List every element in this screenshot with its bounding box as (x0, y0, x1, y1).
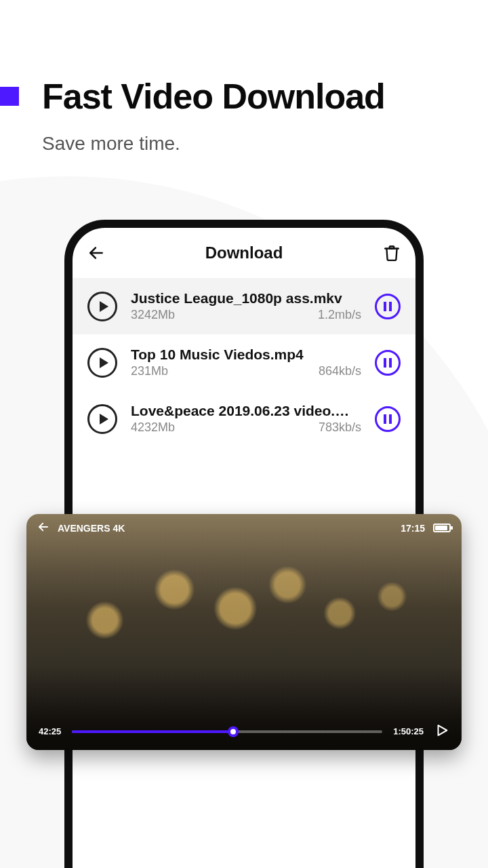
elapsed-time: 42:25 (39, 726, 61, 736)
pause-icon[interactable] (375, 406, 401, 432)
file-size: 4232Mb (131, 420, 175, 435)
play-icon[interactable] (434, 722, 449, 741)
download-row[interactable]: Justice League_1080p ass.mkv 3242Mb 1.2m… (73, 278, 415, 334)
video-thumbnail (26, 514, 462, 750)
file-size: 231Mb (131, 364, 168, 378)
seek-bar[interactable] (72, 730, 382, 733)
total-duration: 1:50:25 (393, 726, 424, 736)
file-speed: 1.2mb/s (318, 308, 361, 322)
video-title: AVENGERS 4K (58, 523, 125, 534)
pause-icon[interactable] (375, 294, 401, 319)
download-row[interactable]: Top 10 Music Viedos.mp4 231Mb 864kb/s (73, 334, 415, 391)
marketing-headline: Fast Video Download (42, 76, 385, 117)
download-header: Download (73, 228, 415, 278)
file-speed: 864kb/s (319, 364, 361, 378)
accent-bar (0, 87, 19, 106)
video-back-icon[interactable] (37, 521, 49, 535)
battery-icon (433, 524, 451, 532)
file-size: 3242Mb (131, 308, 175, 322)
play-icon[interactable] (87, 292, 117, 321)
play-icon[interactable] (87, 348, 117, 378)
download-row[interactable]: Love&peace 2019.06.23 video.mkv 4232Mb 7… (73, 391, 415, 447)
trash-icon[interactable] (383, 244, 401, 262)
back-icon[interactable] (87, 244, 105, 262)
file-name: Top 10 Music Viedos.mp4 (131, 347, 361, 363)
download-title: Download (205, 243, 283, 262)
file-speed: 783kb/s (319, 420, 361, 435)
seek-knob[interactable] (228, 726, 239, 737)
status-clock: 17:15 (401, 523, 425, 534)
marketing-subhead: Save more time. (42, 133, 180, 155)
file-name: Love&peace 2019.06.23 video.mkv (131, 403, 361, 419)
file-name: Justice League_1080p ass.mkv (131, 290, 361, 307)
download-list: Justice League_1080p ass.mkv 3242Mb 1.2m… (73, 278, 415, 447)
video-player-card: AVENGERS 4K 17:15 42:25 1:50:25 (26, 514, 462, 750)
svg-marker-4 (439, 726, 447, 736)
play-icon[interactable] (87, 404, 117, 434)
pause-icon[interactable] (375, 350, 401, 376)
